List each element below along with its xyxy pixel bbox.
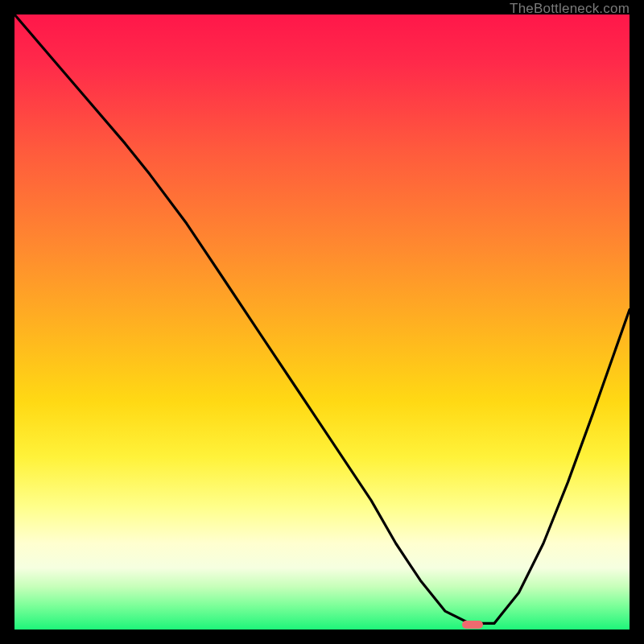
- chart-frame: TheBottleneck.com: [14, 14, 630, 630]
- bottleneck-curve: [14, 14, 630, 630]
- watermark-text: TheBottleneck.com: [510, 2, 630, 15]
- optimum-marker: [462, 621, 483, 629]
- plot-area: [14, 14, 630, 630]
